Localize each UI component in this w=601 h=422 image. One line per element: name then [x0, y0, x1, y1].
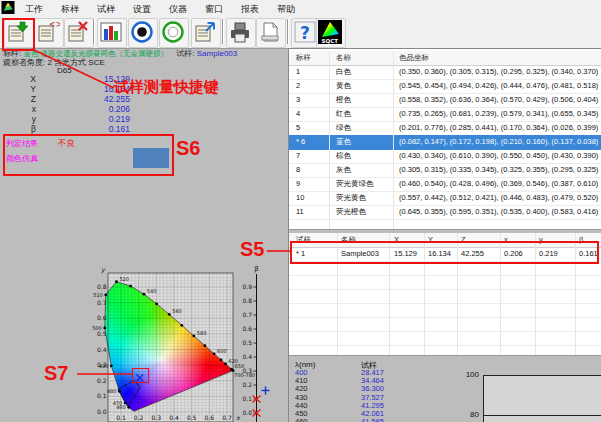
- svg-text:560: 560: [172, 308, 182, 314]
- standards-row-2[interactable]: 2黄色(0.545, 0.454), (0.494, 0.426), (0.44…: [289, 79, 601, 94]
- standards-row-3[interactable]: 3橙色(0.558, 0.352), (0.636, 0.364), (0.57…: [289, 93, 601, 108]
- standards-cell: (0.201, 0.776), (0.285, 0.441), (0.170, …: [399, 123, 598, 132]
- standards-row-7[interactable]: 7棕色(0.430, 0.340), (0.610, 0.390), (0.55…: [289, 149, 601, 164]
- standards-row-9[interactable]: 9荧光黄绿色(0.460, 0.540), (0.428, 0.496), (0…: [289, 177, 601, 192]
- menu-item-2[interactable]: 试样: [94, 2, 118, 17]
- svg-text:0.6: 0.6: [205, 414, 215, 421]
- sqct-icon: SQCT: [318, 20, 342, 44]
- standards-row-10[interactable]: 10荧光黄色(0.557, 0.442), (0.512, 0.421), (0…: [289, 191, 601, 206]
- menu-item-3[interactable]: 设置: [130, 2, 154, 17]
- column-separator: [535, 233, 536, 355]
- standards-cell: 9: [296, 179, 300, 188]
- column-separator: [337, 233, 338, 355]
- svg-text:0.3: 0.3: [152, 414, 162, 421]
- empty-row: [289, 261, 601, 276]
- observer-info: 观察者角度: 2 含光方式 SCE: [3, 57, 105, 68]
- standards-row-6[interactable]: * 6蓝色(0.082, 0.147), (0.172, 0.198), (0.…: [289, 135, 601, 150]
- compare-button[interactable]: <>: [34, 18, 64, 48]
- svg-text:480: 480: [107, 388, 117, 394]
- column-separator: [575, 233, 576, 355]
- standards-row-11[interactable]: 11荧光橙色(0.645, 0.355), (0.595, 0.351), (0…: [289, 205, 601, 220]
- svg-text:0.0: 0.0: [242, 409, 252, 416]
- menu-item-6[interactable]: 报表: [238, 2, 262, 17]
- standards-cell: 7: [296, 151, 300, 160]
- annotation-s5: S5: [240, 238, 264, 261]
- color-simulation-swatch: [133, 148, 169, 168]
- standards-header-cell: 色品坐标: [399, 53, 429, 63]
- help-icon: ?: [293, 20, 317, 44]
- spectral-row: 44041.295: [289, 401, 479, 409]
- column-separator: [500, 233, 501, 355]
- printer-icon: [228, 20, 252, 44]
- tristimulus-label: y: [0, 114, 36, 124]
- standards-cell: 蓝色: [336, 137, 351, 147]
- annotation-s6: S6: [176, 137, 200, 160]
- sample-header-cell: β: [579, 235, 583, 244]
- app-icon[interactable]: [1, 1, 15, 16]
- standards-cell: (0.350, 0.360), (0.305, 0.315), (0.295, …: [399, 67, 598, 76]
- circle-filled-icon: [130, 20, 154, 44]
- svg-text:0.1: 0.1: [97, 392, 107, 399]
- standards-header-cell: 名称: [336, 53, 351, 63]
- sample-header: 试样名称XYZxyβ: [289, 233, 601, 248]
- standards-row-4[interactable]: 4红色(0.735, 0.265), (0.681, 0.239), (0.57…: [289, 107, 601, 122]
- empty-row: [289, 317, 601, 332]
- svg-text:0.2: 0.2: [242, 381, 252, 388]
- spectral-row: 42036.300: [289, 384, 479, 392]
- menu-item-7[interactable]: 帮助: [274, 2, 298, 17]
- sample-cell: 15.129: [394, 249, 417, 258]
- judgement-panel: 判定结果 不良 颜色仿真: [4, 135, 174, 175]
- standards-table: 标样名称色品坐标1白色(0.350, 0.360), (0.305, 0.315…: [289, 51, 601, 229]
- sample-cell: Sample003: [341, 249, 379, 258]
- standards-header: 标样名称色品坐标: [289, 51, 601, 66]
- standards-row-8[interactable]: 8灰色(0.305, 0.315), (0.335, 0.345), (0.32…: [289, 163, 601, 178]
- spectral-row: 45042.061: [289, 409, 479, 417]
- sci-measure-button[interactable]: [128, 18, 158, 48]
- sce-measure-button[interactable]: [159, 18, 189, 48]
- sqct-button[interactable]: SQCT: [316, 18, 346, 48]
- toolbar: <>?SQCT: [0, 16, 601, 49]
- toolbar-separator: [287, 19, 289, 44]
- measure-sample-button[interactable]: [4, 18, 34, 48]
- svg-text:y: y: [101, 266, 106, 274]
- standards-cell: (0.558, 0.352), (0.636, 0.364), (0.570, …: [399, 95, 598, 104]
- bar-chart-icon: [99, 20, 123, 44]
- reflectance-value: 41.585: [361, 417, 384, 422]
- svg-text:0.6: 0.6: [242, 325, 252, 332]
- tristimulus-value: 42.255: [40, 94, 130, 104]
- sample-table: 试样名称XYZxyβ* 1Sample00315.12916.13442.255…: [289, 233, 601, 355]
- menu-item-5[interactable]: 窗口: [202, 2, 226, 17]
- empty-row: [289, 331, 601, 346]
- menu-item-1[interactable]: 标样: [58, 2, 82, 17]
- menu-item-4[interactable]: 仪器: [166, 2, 190, 17]
- standards-cell: 11: [296, 207, 304, 216]
- sample-header-cell: x: [504, 235, 508, 244]
- sample-cell: 42.255: [461, 249, 484, 258]
- empty-row: [289, 289, 601, 304]
- svg-text:0.7: 0.7: [242, 311, 252, 318]
- spectral-row: 43037.527: [289, 393, 479, 401]
- svg-text:0.0: 0.0: [97, 408, 107, 415]
- menu-item-0[interactable]: 工作: [22, 2, 46, 17]
- svg-text:0.8: 0.8: [97, 283, 107, 290]
- chart-button[interactable]: [97, 18, 127, 48]
- standards-row-5[interactable]: 5绿色(0.201, 0.776), (0.285, 0.441), (0.17…: [289, 121, 601, 136]
- sample-header-cell: 试样: [296, 235, 311, 245]
- delete-button[interactable]: [64, 18, 94, 48]
- tristimulus-row: x0.206: [0, 104, 140, 114]
- tristimulus-row: X15.129: [0, 74, 140, 84]
- sample-row-1[interactable]: * 1Sample00315.12916.13442.2550.2060.219…: [289, 247, 601, 262]
- svg-text:0.3: 0.3: [97, 361, 107, 368]
- standards-cell: 1: [296, 67, 300, 76]
- standards-row-1[interactable]: 1白色(0.350, 0.360), (0.305, 0.315), (0.29…: [289, 65, 601, 80]
- svg-text:520: 520: [119, 276, 129, 282]
- print-preview-button[interactable]: [256, 18, 286, 48]
- standards-cell: 白色: [336, 67, 351, 77]
- menu-bar: 工作标样试样设置仪器窗口报表帮助: [0, 0, 601, 17]
- svg-text:0.4: 0.4: [169, 414, 179, 421]
- export-button[interactable]: [191, 18, 221, 48]
- standards-cell: 绿色: [336, 123, 351, 133]
- print-button[interactable]: [226, 18, 256, 48]
- standards-cell: 荧光橙色: [336, 207, 366, 217]
- column-separator: [393, 51, 394, 229]
